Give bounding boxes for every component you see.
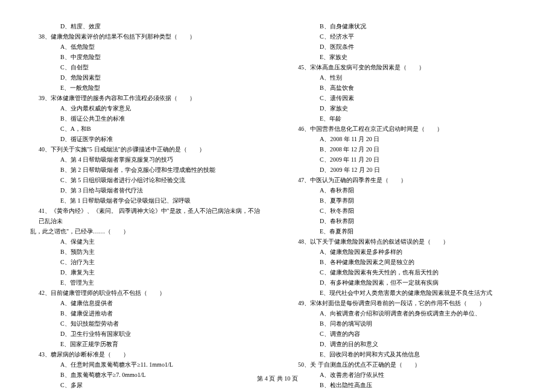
option-text: D、循证医学的标准 bbox=[30, 134, 265, 144]
option-text: C、2009 年 11 月 20 日 bbox=[290, 154, 525, 165]
option-text: C、第 5 日组织吸烟者进行小组讨论和经验交流 bbox=[30, 175, 265, 185]
option-text: A、低危险型 bbox=[30, 42, 265, 52]
option-text: C、知识技能型劳动者 bbox=[30, 318, 265, 329]
option-text: E、现代社会中对人类危害最大的健康危险因素就是不良生活方式 bbox=[290, 288, 525, 298]
option-text: C、秋冬养阳 bbox=[290, 206, 525, 216]
question-stem: 45、宋体高血压发病可变的危险因素是（ ） bbox=[290, 62, 525, 72]
option-text: A、性别 bbox=[290, 72, 525, 83]
option-text: C、调查的内容 bbox=[290, 329, 525, 339]
option-text: B、2008 年 12 月 20 日 bbox=[290, 144, 525, 154]
option-text: D、春秋养阴 bbox=[290, 216, 525, 226]
option-text: D、危险因素型 bbox=[30, 72, 265, 83]
option-text: B、高盐饮食 bbox=[290, 83, 525, 93]
option-text: A、业内最权威的专家意见 bbox=[30, 103, 265, 113]
option-text: B、各种健康危险因素之间是独立的 bbox=[290, 257, 525, 267]
option-text: B、健康促进推动者 bbox=[30, 308, 265, 318]
option-text: D、卫生行业特有国家职业 bbox=[30, 329, 265, 339]
option-text: D、康复为主 bbox=[30, 267, 265, 277]
option-text: C、遗传因素 bbox=[290, 93, 525, 103]
option-text: D、家族史 bbox=[290, 103, 525, 113]
option-text: E、第 1 日帮助吸烟者学会记录吸烟日记、深呼吸 bbox=[30, 195, 265, 206]
option-text: E、一般危险型 bbox=[30, 83, 265, 93]
question-stem: 46、中国营养信息化工程在京正式启动时间是（ ） bbox=[290, 124, 525, 134]
option-text: D、有多种健康危险因素，但不一定就有疾病 bbox=[290, 277, 525, 288]
option-text: D、第 3 日给与吸烟者替代疗法 bbox=[30, 185, 265, 195]
option-text: C、治疗为主 bbox=[30, 257, 265, 267]
option-text: D、调查的目的和意义 bbox=[290, 339, 525, 349]
option-text: A、2008 年 11 月 20 日 bbox=[290, 134, 525, 144]
option-text: B、夏季养阴 bbox=[290, 195, 525, 206]
option-text: D、精度、效度 bbox=[30, 21, 265, 31]
option-text: B、预防为主 bbox=[30, 247, 265, 257]
option-text: A、春秋养阳 bbox=[290, 185, 525, 195]
question-stem: 48、以下关于健康危险因素特点的叙述错误的是（ ） bbox=[290, 236, 525, 247]
option-text: C、健康危险因素有先天性的，也有后天性的 bbox=[290, 267, 525, 277]
page-footer: 第 4 页 共 10 页 bbox=[0, 375, 555, 383]
option-text: A、健康信息提供者 bbox=[30, 298, 265, 308]
column-right: B、自身健康状况 C、经济水平 D、医院条件 E、家族史 45、宋体高血压发病可… bbox=[290, 21, 525, 392]
option-text: E、回收问卷的时间和方式及其他信息 bbox=[290, 349, 525, 359]
column-left: D、精度、效度 38、健康危险因素评价的结果不包括下列那种类型（ ） A、低危险… bbox=[30, 21, 265, 392]
question-stem: 42、目前健康管理师的职业特点不包括（ ） bbox=[30, 288, 265, 298]
option-text: B、中度危险型 bbox=[30, 52, 265, 62]
option-text: B、循证公共卫生的标准 bbox=[30, 113, 265, 124]
option-text: E、管理为主 bbox=[30, 277, 265, 288]
option-text: D、2009 年 12 月 20 日 bbox=[290, 165, 525, 175]
option-text: C、A，和B bbox=[30, 124, 265, 134]
question-stem: 47、中医认为正确的四季养生是（ ） bbox=[290, 175, 525, 185]
question-stem: 49、宋体封面信是每份调查问卷前的一段话，它的作用不包括（ ） bbox=[290, 298, 525, 308]
option-text: A、第 4 日帮助吸烟者掌握克服复习的技巧 bbox=[30, 154, 265, 165]
question-stem: 50、关 于自测血压的优点不正确的是（ ） bbox=[290, 359, 525, 370]
option-text: E、春夏养阳 bbox=[290, 226, 525, 236]
question-stem: 38、健康危险因素评价的结果不包括下列那种类型（ ） bbox=[30, 31, 265, 42]
question-stem-line1: 41、《黄帝内经》、《素问。 四季调神大论》中"是故，圣人不治已病治未病，不治已… bbox=[30, 206, 265, 226]
option-text: E、国家正规学历教育 bbox=[30, 339, 265, 349]
option-text: C、自创型 bbox=[30, 62, 265, 72]
question-stem: 39、宋体健康管理的服务内容和工作流程必须依据（ ） bbox=[30, 93, 265, 103]
option-text: A、向被调查者介绍和说明调查者的身份或调查主办的单位、 bbox=[290, 308, 525, 318]
option-text: B、第 2 日帮助吸烟者，学会克服心理和生理成瘾性的技能 bbox=[30, 165, 265, 175]
option-text: E、家族史 bbox=[290, 52, 525, 62]
option-text: B、问卷的填写说明 bbox=[290, 318, 525, 329]
option-text: C、经济水平 bbox=[290, 31, 525, 42]
option-text: E、年龄 bbox=[290, 113, 525, 124]
option-text: A、保健为主 bbox=[30, 236, 265, 247]
question-stem-line2: 乱，此之谓也"，已经孕……（ ） bbox=[30, 226, 265, 236]
question-stem: 40、下列关于实施"5 日戒烟法"的步骤描述中正确的是（ ） bbox=[30, 144, 265, 154]
option-text: A、任意时间血浆葡萄糖水平≥11. 1mmo1/L bbox=[30, 359, 265, 370]
question-stem: 43、糖尿病的诊断标准是（ ） bbox=[30, 349, 265, 359]
option-text: D、医院条件 bbox=[290, 42, 525, 52]
option-text: B、自身健康状况 bbox=[290, 21, 525, 31]
option-text: A、健康危险因素是多种多样的 bbox=[290, 247, 525, 257]
